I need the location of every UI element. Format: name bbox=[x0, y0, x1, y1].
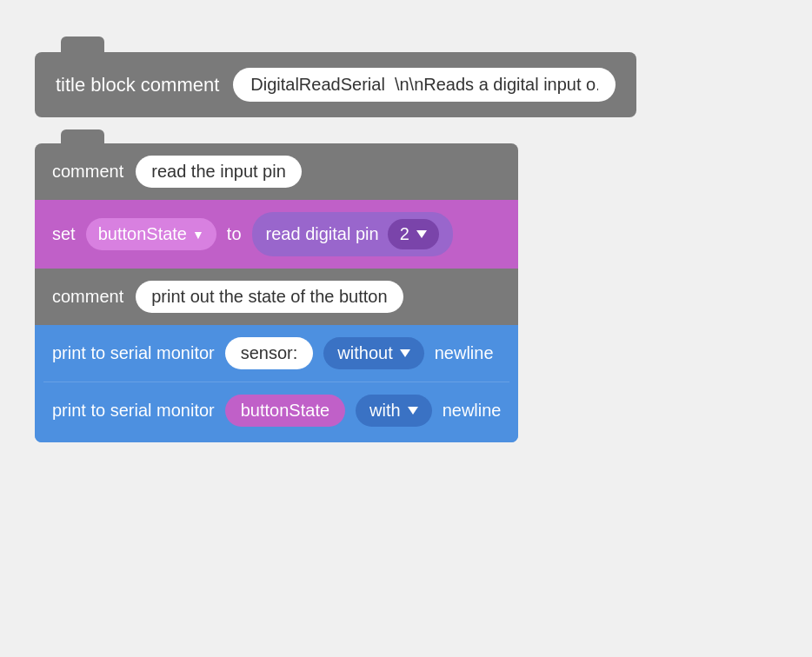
to-label: to bbox=[227, 224, 242, 244]
comment-text-2: print out the state of the button bbox=[136, 281, 403, 313]
title-block: title block comment bbox=[35, 52, 636, 117]
set-block: set buttonState ▼ to read digital pin 2 bbox=[35, 200, 518, 269]
without-dropdown[interactable]: without bbox=[323, 337, 423, 369]
print-label-2: print to serial monitor bbox=[52, 401, 215, 421]
comment-block-1: comment read the input pin bbox=[35, 143, 518, 200]
print-block-row-1: print to serial monitor sensor: without … bbox=[35, 325, 518, 382]
pin-dropdown-arrow bbox=[416, 230, 427, 238]
set-label: set bbox=[52, 224, 76, 244]
title-block-label: title block comment bbox=[56, 74, 219, 96]
sensor-pill: sensor: bbox=[225, 337, 314, 369]
title-block-input[interactable] bbox=[233, 68, 616, 102]
without-dropdown-arrow bbox=[400, 349, 410, 357]
pin-pill[interactable]: 2 bbox=[388, 219, 439, 249]
button-state-var[interactable]: buttonState ▼ bbox=[86, 218, 216, 250]
comment-block-2: comment print out the state of the butto… bbox=[35, 269, 518, 325]
comment-text-1: read the input pin bbox=[136, 156, 302, 188]
read-digital-label: read digital pin bbox=[266, 224, 379, 244]
main-block-group: comment read the input pin set buttonSta… bbox=[35, 143, 518, 442]
print-blocks-container: print to serial monitor sensor: without … bbox=[35, 325, 518, 442]
button-state-pill: buttonState bbox=[225, 395, 345, 427]
with-dropdown[interactable]: with bbox=[356, 395, 432, 427]
newline-label-2: newline bbox=[443, 401, 502, 421]
newline-label-1: newline bbox=[435, 343, 494, 363]
comment-label-1: comment bbox=[52, 162, 123, 182]
var-dropdown-arrow: ▼ bbox=[192, 228, 204, 242]
read-digital-block: read digital pin 2 bbox=[252, 212, 453, 256]
with-dropdown-arrow bbox=[408, 407, 418, 415]
print-label-1: print to serial monitor bbox=[52, 343, 215, 363]
print-block-row-2: print to serial monitor buttonState with… bbox=[35, 382, 518, 442]
comment-label-2: comment bbox=[52, 287, 123, 307]
